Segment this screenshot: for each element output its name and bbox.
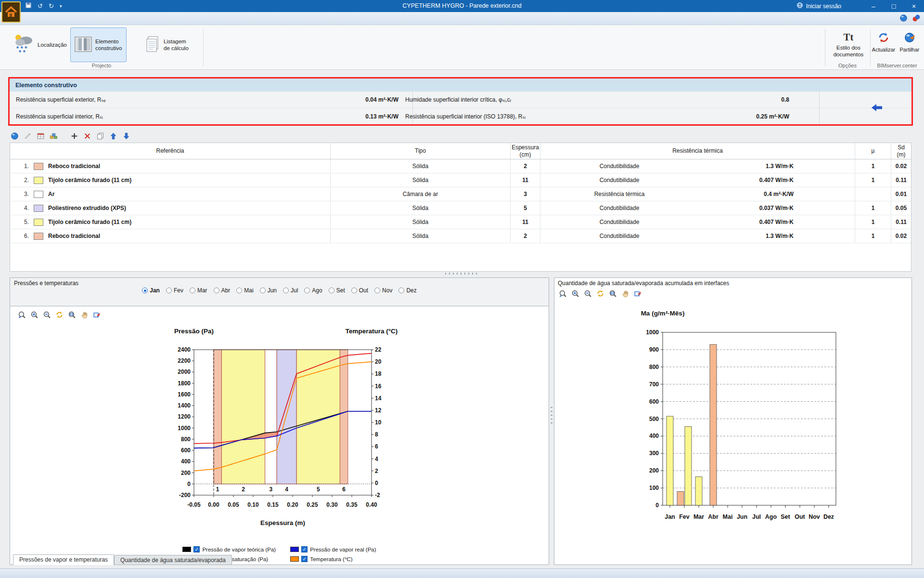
layer-reference-label: Tijolo cerâmico furado (11 cm) [48,177,131,184]
move-layer-up-icon[interactable] [108,131,118,141]
delete-layer-icon[interactable] [82,131,92,141]
zoom-out-icon[interactable] [42,310,51,319]
zoom-window-icon[interactable] [608,289,617,298]
redraw-icon[interactable] [54,310,64,319]
month-label: Jul [291,287,298,294]
svg-text:12: 12 [375,407,382,414]
zoom-in-icon[interactable] [570,289,580,298]
elemento-label-line2: construtivo [95,45,122,52]
ribbon-localizacao-button[interactable]: * * ** * Localização [9,27,71,62]
layer-sd: 0.11 [891,215,911,229]
tab-quantidade-agua[interactable]: Quantidade de água saturada/evaporada [114,555,232,565]
layer-row[interactable]: 6.Reboco tradicionalSólida2Condutibilida… [10,229,911,243]
move-layer-down-icon[interactable] [121,131,131,141]
month-radio-fev[interactable]: Fev [166,287,183,294]
svg-text:400: 400 [649,433,659,439]
add-layer-icon[interactable] [69,131,79,141]
month-radio-jul[interactable]: Jul [283,287,298,294]
materials-library-icon[interactable] [49,131,58,141]
month-radio-jan[interactable]: Jan [142,287,160,294]
water-accumulation-chart[interactable]: 01002003004005006007008009001000JanFevMa… [554,321,912,548]
zoom-previous-icon[interactable] [17,310,26,319]
export-icon[interactable] [92,310,102,319]
layer-row[interactable]: 1.Reboco tradicionalSólida2Condutibilida… [10,159,911,173]
svg-text:0.05: 0.05 [228,501,239,508]
rsi-iso-value[interactable]: 0.25 m²·K/W [674,108,789,125]
svg-text:Dez: Dez [823,513,834,520]
layer-row[interactable]: 4.Poliestireno extrudido (XPS)Sólida5Con… [10,201,911,215]
layer-type: Sólida [331,201,511,215]
text-style-icon: Tt [844,31,854,43]
pressure-temperature-chart[interactable]: 1234562400220020001800160014001200100080… [10,324,550,536]
zoom-out-icon[interactable] [583,289,592,298]
connection-icon[interactable] [899,14,908,24]
login-button[interactable]: Iniciar sessão [796,2,841,10]
layer-row[interactable]: 5.Tijolo cerâmico furado (11 cm)Sólida11… [10,215,911,229]
month-radio-mai[interactable]: Mai [236,287,253,294]
svg-text:Fev: Fev [679,513,690,520]
ribbon-actualizar-button[interactable]: Actualizar [871,27,896,62]
pan-icon[interactable] [79,310,89,319]
month-radio-nov[interactable]: Nov [374,287,392,294]
tab-pressoes-vapor[interactable]: Pressões de vapor e temperaturas [13,554,114,565]
edit-element-icon[interactable] [10,131,19,141]
month-radio-dez[interactable]: Dez [398,287,416,294]
svg-text:Out: Out [795,513,805,520]
estilo-label-line1: Estilo dos [836,44,860,51]
minimize-button[interactable]: – [863,0,884,12]
humidade-critica-value[interactable]: 0.8 [674,92,789,108]
svg-text:Jun: Jun [737,513,747,520]
svg-text:800: 800 [649,364,659,370]
month-radio-mar[interactable]: Mar [190,287,207,294]
layer-reference: Reboco tradicional [31,159,331,173]
resistance-value: 1.3 W/m·K [698,229,855,243]
group-label-projecto: Projecto [0,63,203,68]
legend-checkbox[interactable]: ✓ [301,546,308,552]
ribbon-elemento-construtivo-button[interactable]: Elemento construtivo [70,27,127,62]
layer-color-swatch [34,177,43,184]
export-icon[interactable] [633,289,642,298]
layer-row[interactable]: 3.ArCâmara de ar3Resistência térmica0.4 … [10,187,911,201]
month-radio-out[interactable]: Out [351,287,368,294]
redraw-icon[interactable] [595,289,605,298]
assign-arrow-button[interactable] [871,104,883,113]
legend-checkbox[interactable]: ✓ [193,546,200,552]
vertical-splitter[interactable] [551,407,552,426]
rsi-value[interactable]: 0.13 m²·K/W [294,108,398,125]
humidade-critica-label: Humidade superficial interior crítica, φ… [405,92,511,108]
ribbon-listagem-button[interactable]: Listagem de cálculo [141,27,193,62]
month-label: Jan [150,287,160,294]
month-radio-set[interactable]: Set [329,287,345,294]
zoom-in-icon[interactable] [29,310,39,319]
horizontal-splitter[interactable] [445,273,479,275]
radio-icon [374,288,380,293]
layer-reference: Reboco tradicional [31,229,331,243]
close-button[interactable]: × [904,0,924,12]
app-menu-button[interactable] [1,1,21,23]
month-radio-jun[interactable]: Jun [260,287,277,294]
layer-thickness: 2 [511,159,540,173]
ribbon-partilhar-button[interactable]: Partilhar [897,27,923,62]
edit-layer-icon[interactable] [23,131,32,141]
ribbon-estilo-documentos-button[interactable]: Tt Estilo dos documentos [827,27,870,62]
maximize-button[interactable]: □ [884,0,904,12]
bimserver-icon[interactable] [912,14,920,24]
pan-icon[interactable] [620,289,630,298]
legend-item: ✓Pressão de vapor teórica (Pa) [182,546,276,552]
layer-reference-label: Poliestireno extrudido (XPS) [48,205,126,211]
legend-checkbox[interactable]: ✓ [301,556,308,562]
radio-icon [214,288,219,293]
rse-value[interactable]: 0.04 m²·K/W [294,92,398,108]
zoom-window-icon[interactable] [67,310,77,319]
app-icon [3,3,19,21]
month-radio-abr[interactable]: Abr [214,287,231,294]
layer-mu: 1 [855,159,891,173]
month-radio-ago[interactable]: Ago [304,287,322,294]
layer-detail-icon[interactable] [36,131,45,141]
account-icon [796,2,803,10]
interfaces-panel: Quantidade de água saturada/evaporada ac… [554,277,912,565]
layer-row[interactable]: 2.Tijolo cerâmico furado (11 cm)Sólida11… [10,173,911,187]
svg-text:6: 6 [342,486,346,493]
zoom-previous-icon[interactable] [558,289,567,298]
copy-layer-icon[interactable] [95,131,105,141]
